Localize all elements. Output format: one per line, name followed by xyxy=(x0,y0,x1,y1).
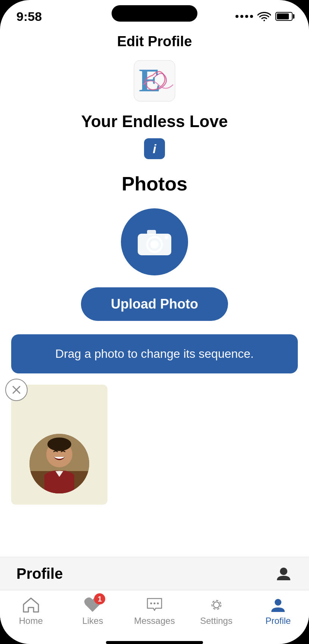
tab-profile[interactable]: Profile xyxy=(247,596,309,626)
camera-button[interactable] xyxy=(121,208,188,275)
svg-point-13 xyxy=(280,568,287,575)
profile-bar-person-icon xyxy=(275,565,293,583)
phone-frame: 9:58 Edit Profile E xyxy=(0,0,309,644)
dynamic-island xyxy=(112,5,197,22)
likes-badge: 1 xyxy=(94,593,105,604)
photos-section-title: Photos xyxy=(122,173,187,195)
profile-bar-title: Profile xyxy=(16,565,63,582)
svg-rect-5 xyxy=(147,230,156,235)
messages-tab-icon xyxy=(145,596,164,613)
tab-likes-label: Likes xyxy=(82,616,103,626)
tab-bar: Home 1 Likes Messages xyxy=(0,590,309,637)
svg-point-12 xyxy=(47,438,71,451)
status-time: 9:58 xyxy=(16,9,42,24)
camera-icon xyxy=(136,227,173,257)
brand-logo: E xyxy=(132,59,177,105)
home-tab-icon xyxy=(21,596,41,613)
profile-bar: Profile xyxy=(0,557,309,590)
brand-name: Your Endless Love xyxy=(81,112,228,131)
tab-messages[interactable]: Messages xyxy=(124,596,185,626)
svg-point-19 xyxy=(275,599,281,606)
status-bar: 9:58 xyxy=(0,0,309,26)
upload-photo-button[interactable]: Upload Photo xyxy=(81,287,228,321)
home-indicator xyxy=(106,641,203,644)
photos-grid xyxy=(11,385,298,505)
svg-point-4 xyxy=(150,240,159,249)
status-icons xyxy=(235,12,293,21)
close-icon xyxy=(11,384,22,395)
tab-likes[interactable]: 1 Likes xyxy=(62,596,124,626)
photo-item[interactable] xyxy=(11,385,107,505)
svg-point-16 xyxy=(157,603,159,604)
photo-remove-button[interactable] xyxy=(5,379,28,401)
info-icon: i xyxy=(153,142,156,156)
drag-hint-box: Drag a photo to change its sequence. xyxy=(11,334,298,373)
svg-point-14 xyxy=(150,603,152,604)
tab-settings[interactable]: Settings xyxy=(185,596,247,626)
svg-point-6 xyxy=(165,236,168,239)
photo-avatar xyxy=(29,434,89,493)
wifi-icon xyxy=(258,12,271,21)
drag-hint-text: Drag a photo to change its sequence. xyxy=(55,347,254,360)
svg-text:E: E xyxy=(139,62,161,98)
tab-messages-label: Messages xyxy=(134,616,175,626)
likes-tab-icon: 1 xyxy=(83,596,102,613)
tab-profile-label: Profile xyxy=(265,616,291,626)
person-portrait xyxy=(29,434,89,493)
signal-icon xyxy=(235,15,253,18)
svg-point-15 xyxy=(153,603,155,604)
page-title: Edit Profile xyxy=(117,34,192,50)
info-badge[interactable]: i xyxy=(144,138,165,159)
svg-point-17 xyxy=(213,602,219,608)
main-content: Edit Profile E Your Endless Love i Photo… xyxy=(0,26,309,557)
battery-icon xyxy=(275,12,293,21)
profile-tab-icon xyxy=(268,596,288,613)
tab-home[interactable]: Home xyxy=(0,596,62,626)
settings-tab-icon xyxy=(207,596,226,613)
tab-settings-label: Settings xyxy=(200,616,232,626)
tab-home-label: Home xyxy=(19,616,43,626)
